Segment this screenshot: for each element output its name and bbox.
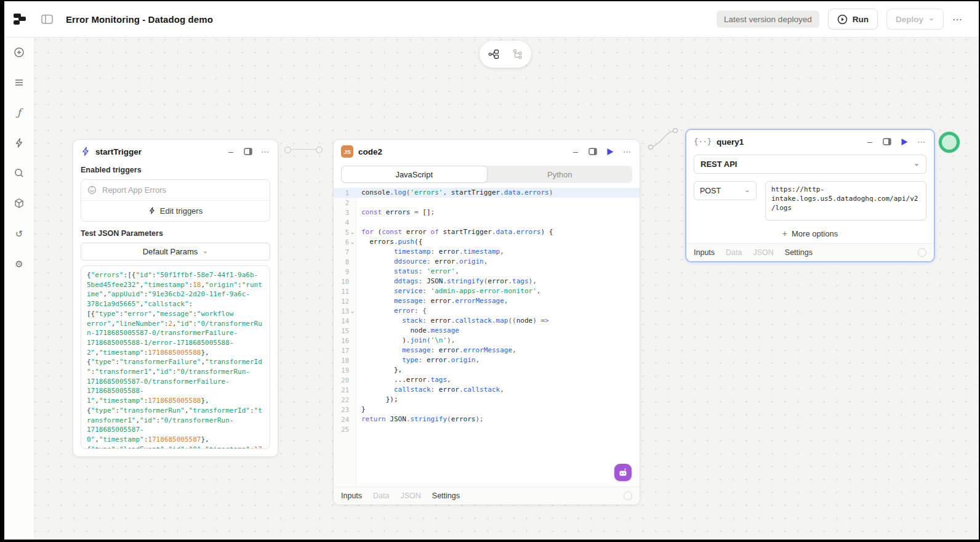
code-line[interactable]: 9 status: 'error', [334,267,640,277]
settings-gear-icon[interactable]: ⚙ [13,257,25,270]
collapse-node-button[interactable]: – [226,147,236,156]
footer-tab-json[interactable]: JSON [753,248,773,257]
collapse-node-button[interactable]: – [865,137,875,147]
retool-logo-icon [12,11,28,27]
app-badge-icon [87,185,97,195]
params-dropdown[interactable]: Default Params ⌄ [81,243,270,261]
enabled-triggers-label: Enabled triggers [81,166,270,174]
trigger-row-report-app-errors[interactable]: Report App Errors [81,180,270,201]
code-line[interactable]: 24return JSON.stringify(errors); [334,415,640,424]
code-line[interactable]: 1console.log('errors', startTrigger.data… [334,188,640,198]
retool-logo[interactable] [10,10,29,28]
open-panel-icon[interactable] [243,147,253,156]
code-line[interactable]: 17 message: error.errorMessage, [334,346,640,355]
code-line[interactable]: 25 [334,424,640,434]
deploy-button[interactable]: Deploy ⌄ [886,9,944,30]
code-line[interactable]: 14 stack: error.callstack.map((node) => [334,316,640,326]
node-more-button[interactable]: ⋯ [917,137,926,147]
run-button[interactable]: Run [828,9,878,30]
footer-tab-settings[interactable]: Settings [432,491,460,500]
run-button-label: Run [853,15,869,24]
footer-tab-inputs[interactable]: Inputs [341,491,362,500]
workflow-view-icon[interactable] [488,49,500,60]
tab-python[interactable]: Python [488,166,633,183]
language-tabs: JavaScriptPython [341,166,632,183]
node-code2[interactable]: JS code2 – ⋯ JavaScriptPython 1console.l… [333,139,640,505]
test-json-editor[interactable]: {"errors":[{"id":"50f1ffbf-58e7-44f1-9a6… [81,265,270,449]
run-history-icon[interactable]: ↺ [13,227,25,240]
footer-tab-data[interactable]: Data [726,248,742,257]
code-line[interactable]: 13⌄ error: { [334,306,640,316]
http-method-value: POST [700,187,721,195]
add-block-icon[interactable] [13,46,25,59]
ai-assistant-button[interactable] [614,464,632,481]
code-line[interactable]: 6⌄ errors.push({ [334,237,640,247]
code-line[interactable]: 22 }); [334,395,640,405]
code-editor[interactable]: 1console.log('errors', startTrigger.data… [334,188,640,487]
code-line[interactable]: 23} [334,405,640,415]
code-line[interactable]: 16 ).join('\n'), [334,336,640,346]
run-block-button[interactable] [899,137,909,147]
node-query1[interactable]: {··} query1 – ⋯ REST API ⌄ [685,129,935,262]
open-panel-icon[interactable] [588,147,598,156]
tree-view-icon[interactable] [512,49,523,60]
http-method-dropdown[interactable]: POST ⌄ [694,181,757,200]
collapse-node-button[interactable]: – [571,147,580,156]
success-port-indicator[interactable] [939,132,960,153]
footer-tab-inputs[interactable]: Inputs [694,248,715,257]
code-line[interactable]: 20 ...error.tags, [334,375,640,385]
open-panel-icon[interactable] [882,137,892,147]
code-line[interactable]: 11 service: 'admin-apps-error-monitor', [334,286,640,296]
more-options-label: More options [792,229,838,238]
query1-footer: InputsDataJSONSettings [686,243,934,261]
page-title: Error Monitoring - Datadog demo [66,14,213,25]
connector-port[interactable] [316,147,323,153]
url-input[interactable]: https://http-intake.logs.us5.datadoghq.c… [765,181,926,220]
code-line[interactable]: 12 message: error.errorMessage, [334,296,640,306]
code2-header: JS code2 – ⋯ [334,140,640,163]
resources-icon[interactable] [13,197,25,209]
tab-javascript[interactable]: JavaScript [341,166,488,183]
code-line[interactable]: 7 timestamp: error.timestamp, [334,247,640,257]
loading-spinner-icon [918,248,926,257]
connector-port[interactable] [284,147,291,153]
footer-tab-data[interactable]: Data [373,491,389,500]
run-block-button[interactable] [605,147,615,156]
code2-footer-tabs: InputsDataJSONSettings [341,491,460,500]
blocks-list-icon[interactable] [13,76,25,89]
triggers-box: Report App Errors Edit triggers [81,179,270,222]
connector-curve [644,124,687,158]
edit-bolt-icon [148,207,156,215]
code-line[interactable]: 8 ddsource: error.origin, [334,257,640,267]
javascript-badge-icon: JS [341,145,353,158]
code-line[interactable]: 4 [334,217,640,227]
code-line[interactable]: 5⌄for (const error of startTrigger.data.… [334,227,640,237]
trigger-bolt-icon [81,147,90,156]
sidebar-toggle-icon[interactable] [41,14,54,25]
node-title: query1 [717,137,744,147]
more-options-button[interactable]: + More options [686,225,934,242]
code-line[interactable]: 3const errors = []; [334,208,640,217]
node-more-button[interactable]: ⋯ [260,147,270,156]
node-title: code2 [358,147,382,156]
search-icon[interactable] [13,167,25,179]
deploy-button-label: Deploy [896,15,923,24]
footer-tab-settings[interactable]: Settings [785,248,813,257]
footer-tab-json[interactable]: JSON [400,491,420,500]
edit-triggers-button[interactable]: Edit triggers [81,201,270,221]
resource-dropdown[interactable]: REST API ⌄ [694,155,926,174]
query1-footer-tabs: InputsDataJSONSettings [694,248,813,257]
node-start-trigger[interactable]: startTrigger – ⋯ Enabled triggers [73,139,278,457]
node-title: startTrigger [95,147,142,156]
code-line[interactable]: 21 callstack: error.callstack, [334,385,640,395]
workflow-canvas[interactable]: startTrigger – ⋯ Enabled triggers [34,38,979,540]
code-line[interactable]: 10 ddtags: JSON.stringify(error.tags), [334,277,640,286]
code-line[interactable]: 15 node.message [334,326,640,336]
functions-icon[interactable]: ƒ [13,107,25,119]
node-more-button[interactable]: ⋯ [622,147,632,156]
code-line[interactable]: 18 type: error.origin, [334,355,640,365]
code-line[interactable]: 19 }, [334,365,640,375]
triggers-icon[interactable] [13,137,25,149]
more-menu-button[interactable]: ⋯ [952,14,963,25]
code-line[interactable]: 2 [334,198,640,208]
